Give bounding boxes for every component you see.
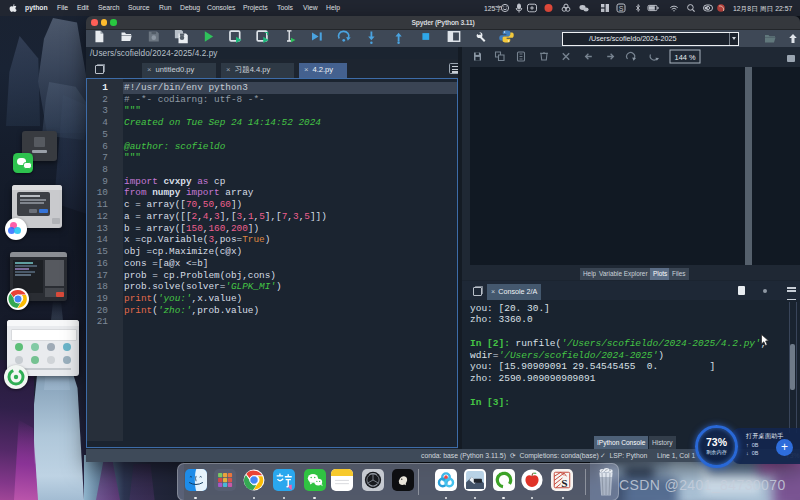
svg-text:144 %: 144 % [675,53,696,62]
svg-text:S: S [561,476,567,488]
svg-text:S: S [619,5,624,12]
